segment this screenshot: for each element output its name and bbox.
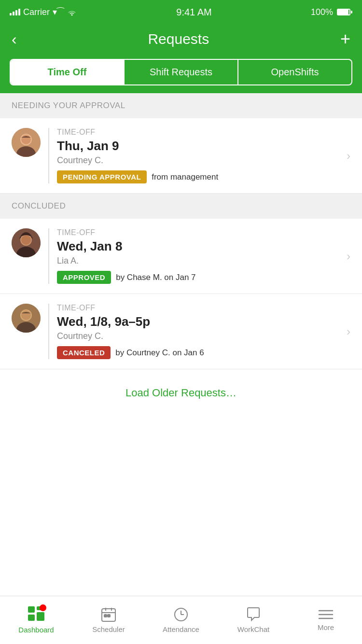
nav-item-dashboard[interactable]: Dashboard: [0, 596, 72, 644]
add-button[interactable]: +: [340, 29, 350, 49]
divider: [48, 228, 49, 284]
tab-shift-requests[interactable]: Shift Requests: [125, 60, 238, 84]
attendance-icon: [173, 607, 189, 622]
svg-rect-20: [104, 615, 107, 617]
request-status-row: CANCELED by Courtney C. on Jan 6: [57, 346, 342, 359]
nav-label-attendance: Attendance: [163, 625, 199, 633]
section-needing-approval: NEEDING YOUR APPROVAL: [0, 93, 362, 118]
chevron-right-icon: ›: [347, 325, 350, 338]
chevron-right-icon: ›: [347, 149, 350, 163]
load-more-button[interactable]: Load Older Requests…: [0, 369, 362, 417]
status-text: from management: [152, 172, 218, 182]
status-text: by Chase M. on Jan 7: [116, 273, 195, 282]
request-type: TIME-OFF: [57, 228, 342, 237]
battery-percent: 100%: [311, 7, 333, 17]
wifi-icon: ▾⁀: [53, 7, 64, 17]
content-area: NEEDING YOUR APPROVAL TIME-OFF Thu, Jan …: [0, 93, 362, 465]
divider: [48, 304, 49, 359]
status-text: by Courtney C. on Jan 6: [115, 348, 204, 358]
carrier-label: Carrier: [23, 7, 50, 17]
nav-label-scheduler: Scheduler: [92, 625, 125, 633]
request-person-name: Lia A.: [57, 256, 342, 266]
nav-item-more[interactable]: More: [290, 596, 362, 644]
status-badge: CANCELED: [57, 346, 111, 359]
header: ‹ Requests +: [0, 24, 362, 59]
bottom-nav: Dashboard Scheduler Attendance WorkChat: [0, 596, 362, 644]
dashboard-icon-wrapper: [28, 606, 44, 623]
request-item[interactable]: TIME-OFF Wed, Jan 8 Lia A. APPROVED by C…: [0, 219, 362, 294]
page-title: Requests: [148, 31, 209, 47]
avatar: [12, 228, 41, 257]
status-badge: PENDING APPROVAL: [57, 170, 147, 183]
tab-time-off[interactable]: Time Off: [11, 60, 125, 84]
status-badge: APPROVED: [57, 271, 111, 284]
svg-rect-15: [37, 612, 44, 621]
svg-point-11: [21, 310, 31, 320]
tab-bar: Time Off Shift Requests OpenShifts: [0, 59, 362, 93]
nav-item-scheduler[interactable]: Scheduler: [72, 596, 145, 644]
avatar-image: [12, 228, 41, 257]
request-date: Wed, 1/8, 9a–5p: [57, 314, 342, 329]
request-content: TIME-OFF Thu, Jan 9 Courtney C. PENDING …: [57, 128, 342, 183]
nav-label-dashboard: Dashboard: [18, 626, 54, 634]
avatar: [12, 304, 41, 333]
nav-item-workchat[interactable]: WorkChat: [217, 596, 290, 644]
request-status-row: APPROVED by Chase M. on Jan 7: [57, 271, 342, 284]
request-person-name: Courtney C.: [57, 155, 342, 166]
tab-open-shifts[interactable]: OpenShifts: [238, 60, 351, 84]
badge-dot: [40, 604, 46, 611]
wifi-icon: [67, 8, 77, 16]
svg-rect-12: [28, 606, 35, 613]
tab-bar-inner: Time Off Shift Requests OpenShifts: [10, 59, 352, 85]
avatar-image: [12, 128, 41, 157]
workchat-icon: [246, 607, 261, 622]
nav-item-attendance[interactable]: Attendance: [145, 596, 217, 644]
request-content: TIME-OFF Wed, Jan 8 Lia A. APPROVED by C…: [57, 228, 342, 284]
status-bar: Carrier ▾⁀ 9:41 AM 100%: [0, 0, 362, 24]
chevron-right-icon: ›: [347, 250, 350, 263]
request-date: Wed, Jan 8: [57, 239, 342, 254]
nav-label-workchat: WorkChat: [237, 625, 269, 633]
request-content: TIME-OFF Wed, 1/8, 9a–5p Courtney C. CAN…: [57, 304, 342, 359]
svg-point-7: [21, 235, 31, 245]
nav-label-more: More: [318, 623, 334, 631]
request-status-row: PENDING APPROVAL from management: [57, 170, 342, 183]
request-type: TIME-OFF: [57, 304, 342, 312]
avatar-image: [12, 304, 41, 333]
avatar: [12, 128, 41, 157]
back-button[interactable]: ‹: [12, 30, 17, 48]
status-time: 9:41 AM: [176, 7, 211, 18]
request-item[interactable]: TIME-OFF Wed, 1/8, 9a–5p Courtney C. CAN…: [0, 294, 362, 369]
scheduler-icon: [101, 607, 116, 622]
request-person-name: Courtney C.: [57, 331, 342, 341]
request-item[interactable]: TIME-OFF Thu, Jan 9 Courtney C. PENDING …: [0, 118, 362, 194]
status-right: 100%: [311, 7, 352, 17]
svg-rect-13: [28, 615, 35, 621]
request-date: Thu, Jan 9: [57, 139, 342, 154]
battery-icon: [337, 9, 352, 15]
status-carrier: Carrier ▾⁀: [10, 7, 77, 17]
request-type: TIME-OFF: [57, 128, 342, 137]
signal-icon: [10, 9, 20, 15]
section-concluded: CONCLUDED: [0, 194, 362, 219]
svg-rect-21: [108, 615, 110, 617]
divider: [48, 128, 49, 183]
more-icon: [318, 609, 334, 620]
